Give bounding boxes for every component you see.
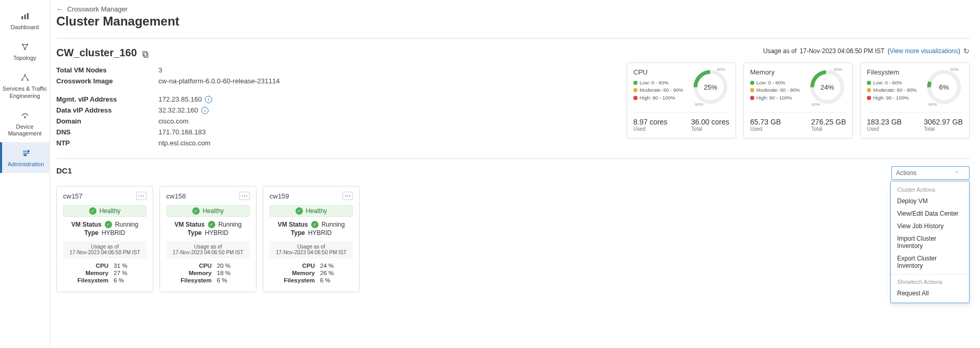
health-label: Healthy xyxy=(306,207,327,215)
device-icon xyxy=(19,110,31,121)
value-data-vip: 32.32.32.160 xyxy=(158,106,198,114)
sidebar-item-services[interactable]: Services & Traffic Engineering xyxy=(0,67,50,104)
sidebar-item-topology[interactable]: Topology xyxy=(0,36,50,67)
refresh-icon[interactable]: ↻ xyxy=(963,47,970,55)
node-menu-icon[interactable]: ⋯ xyxy=(136,192,146,200)
svg-rect-2 xyxy=(27,13,28,19)
sidebar: Dashboard Topology Services & Traffic En… xyxy=(0,0,50,348)
label-mgmt-vip: Mgmt. vIP Address xyxy=(56,95,150,103)
info-icon[interactable]: i xyxy=(201,107,209,114)
svg-point-9 xyxy=(24,117,25,118)
memory-label: Memory xyxy=(281,270,315,276)
actions-dropdown[interactable]: Actions ⌃ xyxy=(891,166,970,180)
health-pill: ✓ Healthy xyxy=(270,205,353,217)
value-total-vm-nodes: 3 xyxy=(158,66,280,74)
type-label: Type xyxy=(291,229,305,237)
actions-menu: Cluster Actions Deploy VM View/Edit Data… xyxy=(890,181,970,303)
label-data-vip: Data vIP Address xyxy=(56,106,150,114)
svg-point-10 xyxy=(28,151,29,152)
usage-prefix: Usage as of xyxy=(763,47,797,55)
menu-item-deploy-vm[interactable]: Deploy VM xyxy=(891,195,969,207)
node-menu-icon[interactable]: ⋯ xyxy=(342,192,353,200)
type-value: HYBRID xyxy=(308,229,332,237)
sidebar-item-dashboard[interactable]: Dashboard xyxy=(0,5,50,36)
vm-status-label: VM Status xyxy=(71,221,102,228)
svg-point-7 xyxy=(21,79,23,81)
vm-status-value: Running xyxy=(115,221,139,228)
metric-title: Memory xyxy=(750,68,800,76)
sidebar-item-administration[interactable]: Administration xyxy=(0,142,50,173)
breadcrumb[interactable]: ← Crosswork Manager xyxy=(56,5,970,13)
label-ntp: NTP xyxy=(56,139,150,147)
nav-label: Dashboard xyxy=(11,24,39,31)
menu-item-view-job-history[interactable]: View Job History xyxy=(891,220,969,232)
filesystem-label: Filesystem xyxy=(75,277,108,283)
value-domain: cisco.com xyxy=(158,117,280,125)
info-icon[interactable]: i xyxy=(205,96,212,103)
memory-value: 26 % xyxy=(320,270,341,276)
type-value: HYBRID xyxy=(205,229,228,237)
node-card: cw157 ⋯ ✓ Healthy VM Status ✓ Running Ty… xyxy=(56,186,153,292)
filesystem-value: 6 % xyxy=(217,277,238,283)
sidebar-item-device-mgmt[interactable]: Device Management xyxy=(0,105,50,142)
admin-icon xyxy=(20,147,32,159)
metric-card-filesystem: Filesystem Low: 0 - 60% Moderate: 60 - 9… xyxy=(860,63,970,139)
value-ntp: ntp.esl.cisco.com xyxy=(158,139,280,147)
metric-card-memory: Memory Low: 0 - 60% Moderate: 60 - 90% H… xyxy=(743,63,853,139)
svg-rect-1 xyxy=(24,15,26,19)
health-pill: ✓ Healthy xyxy=(63,205,146,217)
check-icon: ✓ xyxy=(296,207,303,215)
usage-box: Usage as of 17-Nov-2023 04:06:50 PM IST xyxy=(270,241,353,258)
filesystem-label: Filesystem xyxy=(178,277,212,283)
filesystem-value: 6 % xyxy=(114,277,134,283)
value-crosswork-image: cw-na-platform-6.0.0-60-release-231114 xyxy=(158,77,280,85)
dashboard-icon xyxy=(19,10,31,22)
label-dns: DNS xyxy=(56,128,150,136)
metric-title: CPU xyxy=(633,68,683,76)
memory-value: 27 % xyxy=(114,270,134,276)
label-crosswork-image: Crosswork Image xyxy=(56,77,150,85)
menu-item-view-edit-dc[interactable]: View/Edit Data Center xyxy=(891,207,969,220)
copy-icon[interactable] xyxy=(141,49,150,57)
cpu-label: CPU xyxy=(281,263,315,269)
filesystem-label: Filesystem xyxy=(281,277,315,283)
services-icon xyxy=(19,72,31,83)
menu-item-import-inventory[interactable]: Import Cluster Inventory xyxy=(891,232,969,252)
menu-item-request-all[interactable]: Request All xyxy=(891,287,969,300)
nav-label: Services & Traffic Engineering xyxy=(2,85,47,99)
metric-card-cpu: CPU Low: 0 - 60% Moderate: 60 - 90% High… xyxy=(627,63,736,139)
node-name: cw157 xyxy=(63,192,83,200)
menu-item-export-inventory[interactable]: Export Cluster Inventory xyxy=(891,252,969,272)
breadcrumb-label: Crosswork Manager xyxy=(67,5,128,13)
svg-point-8 xyxy=(27,79,28,81)
check-icon: ✓ xyxy=(208,221,215,228)
svg-rect-13 xyxy=(143,51,146,56)
check-icon: ✓ xyxy=(311,221,318,228)
filesystem-value: 6 % xyxy=(320,277,341,283)
check-icon: ✓ xyxy=(89,207,96,215)
metric-title: Filesystem xyxy=(867,68,916,76)
vm-status-value: Running xyxy=(322,221,345,228)
memory-value: 18 % xyxy=(217,270,238,276)
health-label: Healthy xyxy=(100,207,121,215)
cluster-info: Total VM Nodes 3 Crosswork Image cw-na-p… xyxy=(56,66,280,147)
chevron-up-icon: ⌃ xyxy=(954,170,959,176)
cpu-value: 20 % xyxy=(217,263,238,269)
usage-box: Usage as of 17-Nov-2023 04:06:50 PM IST xyxy=(166,241,250,258)
view-more-link[interactable]: View more visualizations xyxy=(890,47,958,55)
cpu-label: CPU xyxy=(75,263,108,269)
metrics-row: CPU Low: 0 - 60% Moderate: 60 - 90% High… xyxy=(627,63,970,139)
svg-point-6 xyxy=(24,74,26,76)
health-pill: ✓ Healthy xyxy=(166,205,250,217)
svg-rect-0 xyxy=(21,16,23,19)
memory-label: Memory xyxy=(75,270,108,276)
cpu-value: 24 % xyxy=(320,263,341,269)
check-icon: ✓ xyxy=(192,207,200,215)
health-label: Healthy xyxy=(203,207,224,215)
memory-label: Memory xyxy=(178,270,212,276)
topology-icon xyxy=(19,41,31,53)
type-label: Type xyxy=(188,229,202,237)
section-title: DC1 xyxy=(56,166,72,175)
menu-header-showtech: Showtech Actions xyxy=(891,277,969,287)
node-menu-icon[interactable]: ⋯ xyxy=(239,192,250,200)
